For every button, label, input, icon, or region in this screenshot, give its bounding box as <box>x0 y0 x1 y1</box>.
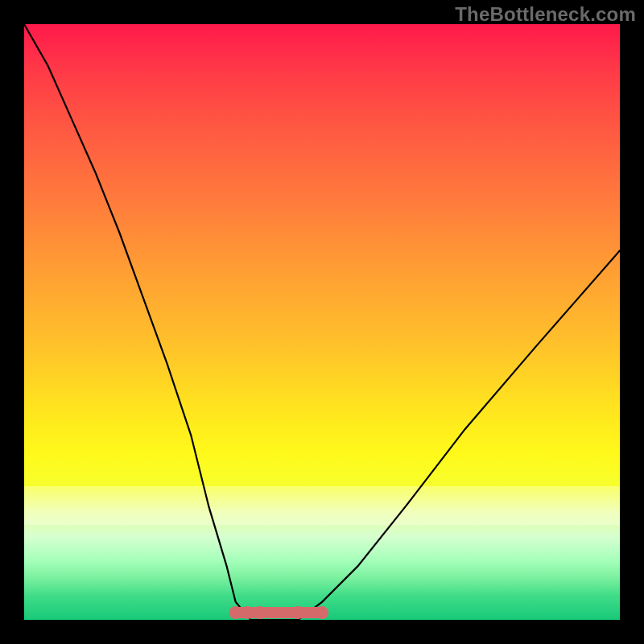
flat-marker-dot <box>253 606 266 619</box>
chart-frame: TheBottleneck.com <box>0 0 644 644</box>
flat-marker-dot <box>242 606 254 619</box>
bottleneck-curve <box>24 24 620 620</box>
watermark-text: TheBottleneck.com <box>455 3 636 26</box>
plot-area <box>24 24 620 620</box>
flat-marker-dot <box>229 606 242 619</box>
flat-marker-dot <box>316 606 328 619</box>
flat-marker-dot <box>291 606 304 619</box>
curve-layer <box>24 24 620 620</box>
